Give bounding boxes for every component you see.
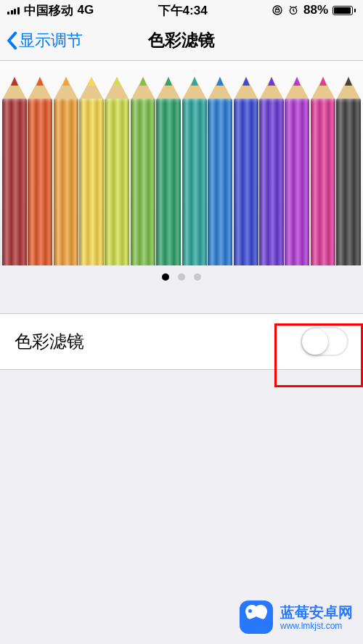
- pencil: [310, 77, 335, 265]
- pencil: [27, 77, 52, 265]
- page-dots[interactable]: [0, 265, 363, 289]
- watermark-url: www.lmkjst.com: [280, 621, 353, 631]
- clock: 下午4:34: [158, 2, 208, 19]
- color-filter-cell: 色彩滤镜: [0, 313, 363, 370]
- pencil: [258, 77, 284, 265]
- pencil: [335, 77, 361, 265]
- svg-point-0: [273, 6, 282, 15]
- nav-bar: 显示调节 色彩滤镜: [0, 20, 363, 61]
- page-title: 色彩滤镜: [148, 29, 215, 51]
- alarm-icon: [287, 4, 299, 16]
- watermark: 蓝莓安卓网 www.lmkjst.com: [240, 600, 353, 634]
- pencil: [285, 77, 310, 265]
- back-label: 显示调节: [19, 30, 83, 51]
- pencil: [182, 77, 207, 265]
- battery-icon: [333, 6, 356, 15]
- watermark-name: 蓝莓安卓网: [280, 603, 353, 621]
- switch-knob: [302, 329, 328, 355]
- pencil: [105, 77, 130, 265]
- status-left: 中国移动 4G: [7, 2, 94, 19]
- pencil: [130, 77, 155, 265]
- color-filter-toggle[interactable]: [301, 327, 348, 356]
- lock-icon: [272, 4, 283, 16]
- page-dot[interactable]: [162, 273, 169, 281]
- pencil: [1, 77, 27, 265]
- pencil: [156, 77, 182, 265]
- page-dot[interactable]: [178, 273, 185, 281]
- carrier-label: 中国移动: [24, 2, 73, 19]
- pencil: [53, 77, 78, 265]
- page-dot[interactable]: [194, 273, 201, 281]
- status-bar: 中国移动 4G 下午4:34 88%: [0, 0, 363, 20]
- pencil: [233, 77, 258, 265]
- signal-icon: [7, 6, 20, 15]
- color-filter-label: 色彩滤镜: [15, 330, 84, 353]
- pencils-preview[interactable]: [0, 61, 363, 265]
- network-label: 4G: [78, 3, 94, 17]
- chevron-left-icon: [6, 31, 17, 50]
- status-right: 88%: [272, 3, 356, 17]
- battery-pct: 88%: [303, 3, 328, 17]
- pencil: [207, 77, 232, 265]
- pencil: [78, 77, 104, 265]
- watermark-logo-icon: [240, 600, 273, 634]
- back-button[interactable]: 显示调节: [6, 30, 83, 51]
